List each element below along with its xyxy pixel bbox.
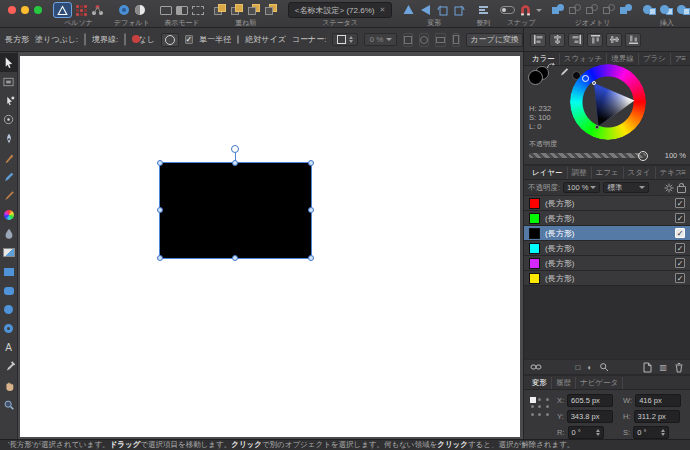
layer-name[interactable]: (長方形) [545, 213, 670, 224]
view-tool[interactable] [0, 376, 18, 395]
layers-studio-tab[interactable]: レイヤー [528, 167, 568, 179]
move-to-front-icon[interactable] [265, 4, 278, 16]
fill-swatch[interactable] [84, 33, 86, 46]
move-back-one-icon[interactable] [231, 4, 244, 16]
minimize-window-button[interactable] [21, 6, 29, 14]
zoom-tool[interactable] [0, 395, 18, 414]
fill-color-well[interactable] [528, 70, 543, 85]
transform-mode-4-icon[interactable] [452, 33, 460, 47]
layer-thumbnail[interactable] [529, 228, 540, 239]
export-persona-icon[interactable] [91, 4, 104, 16]
hue-marker[interactable] [582, 75, 589, 82]
layer-name[interactable]: (長方形) [545, 243, 670, 254]
layer-effects-icon[interactable] [599, 362, 609, 372]
edit-all-layers-icon[interactable] [530, 362, 542, 372]
rectangle-tool[interactable] [0, 262, 18, 281]
close-document-icon[interactable]: ✕ [379, 6, 385, 14]
stroke-swatch[interactable] [124, 33, 126, 46]
delete-layer-icon[interactable] [674, 362, 684, 373]
corner-radius-field[interactable]: 0 % [364, 33, 397, 46]
layers-studio-tab[interactable]: エフェ [592, 167, 624, 179]
panel-menu-icon[interactable]: ≡ [681, 168, 686, 177]
align-top-icon[interactable] [587, 33, 603, 47]
artboard[interactable] [20, 56, 520, 437]
vector-view-icon[interactable] [160, 6, 172, 15]
layer-row[interactable]: (長方形) ✓ [524, 256, 690, 271]
geometry-add-icon[interactable] [552, 4, 565, 16]
layer-visibility-checkbox[interactable]: ✓ [675, 198, 685, 208]
layer-name[interactable]: (長方形) [545, 198, 670, 209]
geometry-combine-icon[interactable] [620, 4, 633, 16]
geometry-divide-icon[interactable] [603, 4, 616, 16]
pixel-view-icon[interactable] [192, 6, 204, 15]
selection-handle-top-center[interactable] [232, 160, 238, 166]
selected-rectangle-object[interactable] [160, 163, 311, 258]
rotation-field[interactable]: 0 ° [568, 426, 604, 439]
pen-tool[interactable] [0, 129, 18, 148]
blend-options-gear-icon[interactable] [664, 183, 674, 193]
adjustment-layer-icon[interactable]: ◐ [587, 363, 592, 372]
selection-handle-middle-left[interactable] [157, 207, 163, 213]
selection-handle-top-right[interactable] [308, 160, 314, 166]
color-picker-icon[interactable] [557, 66, 569, 78]
designer-persona-icon[interactable] [53, 2, 72, 18]
swap-colors-icon[interactable] [546, 62, 556, 71]
shear-field[interactable]: 0 ° [633, 426, 669, 439]
rotation-handle[interactable] [231, 145, 239, 153]
node-tool[interactable] [0, 91, 18, 110]
layer-thumbnail[interactable] [529, 258, 540, 269]
color-wheel[interactable] [570, 64, 646, 140]
saturation-triangle[interactable] [570, 64, 646, 140]
absolute-size-checkbox[interactable] [237, 35, 239, 44]
selection-handle-bottom-center[interactable] [232, 255, 238, 261]
color-opacity-value[interactable]: 100 % [665, 151, 686, 160]
layer-name[interactable]: (長方形) [545, 273, 670, 284]
layer-visibility-checkbox[interactable]: ✓ [675, 213, 685, 223]
vector-brush-tool[interactable] [0, 148, 18, 167]
pixel-persona-icon[interactable] [76, 5, 87, 16]
corner-tool[interactable] [0, 205, 18, 224]
group-layers-icon[interactable]: ▥ [659, 363, 667, 372]
color-studio-tab[interactable]: アピアランス [671, 53, 682, 65]
point-transform-tool[interactable] [0, 110, 18, 129]
snap-options-chevron-icon[interactable] [536, 9, 542, 12]
layer-row[interactable]: (長方形) ✓ [524, 211, 690, 226]
convert-to-curves-button[interactable]: カーブに変換 [466, 33, 523, 47]
add-layer-icon[interactable] [642, 362, 652, 373]
transform-studio-tab[interactable]: 変形 [528, 377, 552, 389]
move-tool[interactable] [0, 53, 18, 72]
close-window-button[interactable] [8, 6, 16, 14]
donut-tool[interactable] [0, 319, 18, 338]
color-studio-tab[interactable]: ブラシ [639, 53, 671, 65]
transform-studio-tab[interactable]: ナビゲータ [576, 377, 623, 389]
align-center-horizontal-icon[interactable] [549, 33, 565, 47]
transform-studio-tab[interactable]: 履歴 [552, 377, 576, 389]
snap-magnet-icon[interactable] [519, 4, 532, 17]
layer-opacity-dropdown[interactable]: 100 % [563, 182, 600, 193]
move-to-back-icon[interactable] [214, 4, 227, 16]
selection-handle-bottom-right[interactable] [308, 255, 314, 261]
layer-visibility-checkbox[interactable]: ✓ [675, 258, 685, 268]
layer-thumbnail[interactable] [529, 273, 540, 284]
insert-behind-icon[interactable] [643, 4, 656, 16]
fill-tool[interactable] [0, 224, 18, 243]
rounded-rectangle-tool[interactable] [0, 281, 18, 300]
layer-name[interactable]: (長方形) [545, 228, 670, 239]
insert-on-top-icon[interactable] [660, 4, 673, 16]
layer-name[interactable]: (長方形) [545, 258, 670, 269]
layer-visibility-checkbox[interactable]: ✓ [675, 228, 685, 238]
default-revert-icon[interactable] [134, 4, 146, 16]
layer-row[interactable]: (長方形) ✓ [524, 196, 690, 211]
color-opacity-slider[interactable] [529, 153, 646, 158]
layer-thumbnail[interactable] [529, 213, 540, 224]
layer-visibility-checkbox[interactable]: ✓ [675, 273, 685, 283]
rotate-right-icon[interactable] [453, 4, 466, 16]
color-opacity-slider-handle[interactable] [638, 151, 648, 161]
layer-row[interactable]: (長方形) ✓ [524, 226, 690, 241]
layers-studio-tab[interactable]: 調整 [568, 167, 592, 179]
align-right-icon[interactable] [568, 33, 584, 47]
layers-studio-tab[interactable]: スタイ [624, 167, 656, 179]
default-fill-icon[interactable] [118, 4, 130, 16]
layer-row[interactable]: (長方形) ✓ [524, 271, 690, 286]
artboard-tool[interactable] [0, 72, 18, 91]
